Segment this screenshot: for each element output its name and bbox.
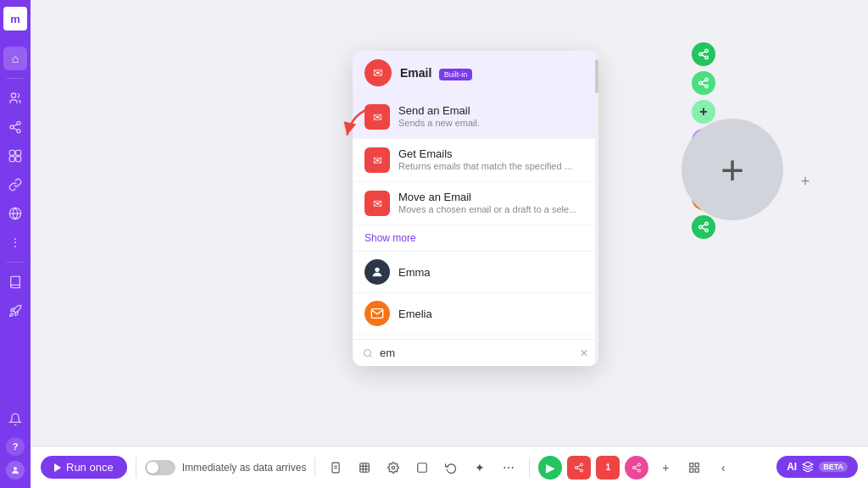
sidebar-item-more[interactable]: ⋮ — [3, 230, 27, 254]
ai-button[interactable]: AI BETA — [776, 456, 858, 478]
svg-line-59 — [578, 468, 581, 469]
svg-line-65 — [636, 465, 638, 467]
svg-point-19 — [699, 81, 703, 85]
svg-point-14 — [699, 53, 703, 56]
panel-item-get-emails[interactable]: ✉ Get Emails Returns emails that match t… — [353, 139, 598, 182]
svg-rect-69 — [696, 469, 699, 472]
sidebar-item-rocket[interactable] — [3, 299, 27, 323]
built-in-badge: Built-in — [439, 69, 473, 80]
clear-search-button[interactable]: ✕ — [580, 347, 588, 359]
sidebar-item-avatar[interactable] — [6, 461, 25, 480]
svg-line-41 — [702, 228, 705, 230]
app-item-emelia[interactable]: Emelia — [353, 293, 598, 335]
show-more-link[interactable]: Show more — [353, 225, 598, 252]
emelia-avatar — [364, 301, 390, 326]
play-icon — [54, 463, 61, 472]
svg-line-64 — [636, 468, 638, 469]
sidebar-item-book[interactable] — [3, 270, 27, 294]
svg-point-62 — [633, 466, 636, 469]
svg-point-3 — [17, 130, 20, 133]
email-section-title: Email Built-in — [400, 65, 472, 80]
search-input[interactable] — [380, 347, 573, 359]
add-toolbar-btn[interactable]: + — [654, 456, 677, 480]
magic-toolbar-btn[interactable]: ✦ — [468, 456, 492, 480]
more-toolbar-btn[interactable]: ⋯ — [497, 456, 520, 480]
collapse-toolbar-btn[interactable]: ‹ — [711, 456, 735, 480]
undo-toolbar-btn[interactable] — [439, 456, 463, 480]
sidebar-item-share[interactable] — [3, 115, 27, 139]
svg-rect-49 — [360, 463, 370, 472]
sidebar-item-link[interactable] — [3, 173, 27, 197]
svg-point-18 — [705, 78, 709, 81]
step-btn[interactable]: 1 — [596, 456, 620, 480]
send-email-text: Send an Email Sends a new email. — [398, 104, 587, 128]
get-emails-text: Get Emails Returns emails that match the… — [398, 147, 587, 171]
toggle-thumb — [147, 462, 159, 474]
svg-rect-67 — [696, 463, 699, 466]
canvas: + + + — [31, 0, 868, 446]
svg-point-63 — [638, 469, 641, 472]
svg-point-20 — [705, 85, 709, 88]
fab-btn-1[interactable] — [692, 71, 715, 95]
svg-line-17 — [702, 52, 705, 53]
sidebar-item-users[interactable] — [3, 86, 27, 110]
svg-point-1 — [17, 121, 20, 125]
run-once-button[interactable]: Run once — [41, 456, 127, 479]
run-green-btn[interactable]: ▶ — [538, 456, 562, 480]
svg-point-54 — [392, 466, 396, 469]
logo: m — [3, 7, 27, 30]
sidebar-item-home[interactable]: ⌂ — [3, 47, 27, 70]
svg-point-0 — [11, 93, 15, 97]
grid-toolbar-btn[interactable] — [682, 456, 706, 480]
sidebar-item-bell[interactable] — [3, 408, 27, 431]
add-node-button-large[interactable]: + — [682, 119, 783, 220]
panel-item-send-email[interactable]: ✉ Send an Email Sends a new email. — [353, 96, 598, 139]
settings-toolbar-btn[interactable] — [381, 456, 405, 480]
svg-rect-8 — [9, 157, 14, 162]
stop-btn[interactable] — [567, 456, 591, 480]
fab-btn-6[interactable] — [692, 215, 715, 239]
svg-point-43 — [375, 268, 379, 272]
svg-line-16 — [702, 55, 705, 57]
sidebar-divider-2 — [7, 262, 24, 263]
svg-line-42 — [702, 225, 705, 226]
run-label: Run once — [66, 461, 114, 474]
svg-point-12 — [14, 467, 17, 470]
svg-rect-66 — [690, 463, 693, 466]
get-emails-icon: ✉ — [364, 147, 390, 173]
sidebar-divider-1 — [7, 78, 24, 79]
svg-line-5 — [14, 124, 18, 126]
panel-scroll[interactable]: ✉ Email Built-in ✉ Send an Email Sends a… — [353, 51, 598, 339]
table-toolbar-btn[interactable] — [353, 456, 376, 480]
toolbar-divider-1 — [136, 458, 136, 478]
svg-line-22 — [702, 80, 705, 82]
fab-btn-2[interactable]: + — [692, 100, 715, 124]
sidebar-item-help[interactable]: ? — [6, 437, 25, 456]
svg-rect-9 — [16, 157, 21, 162]
toggle-switch[interactable]: Immediately as data arrives — [145, 460, 307, 475]
panel-item-move-email[interactable]: ✉ Move an Email Moves a chosen email or … — [353, 182, 598, 225]
toolbar-divider-2 — [314, 458, 315, 478]
sidebar-item-apps[interactable] — [3, 144, 27, 168]
svg-point-56 — [581, 463, 583, 466]
app-item-emma[interactable]: Emma — [353, 252, 598, 293]
toggle-track[interactable] — [145, 460, 175, 475]
toolbar-divider-3 — [529, 458, 530, 478]
add-node-button-small[interactable]: + — [793, 169, 817, 193]
sidebar-item-globe[interactable] — [3, 202, 27, 225]
note-toolbar-btn[interactable] — [410, 456, 434, 480]
toggle-label: Immediately as data arrives — [182, 462, 307, 474]
svg-point-15 — [705, 56, 709, 59]
svg-rect-6 — [9, 150, 14, 155]
svg-line-45 — [370, 355, 371, 357]
save-toolbar-btn[interactable] — [324, 456, 348, 480]
svg-rect-68 — [690, 469, 693, 472]
search-icon — [363, 348, 373, 358]
svg-point-38 — [705, 222, 709, 225]
flow-btn[interactable] — [625, 456, 648, 480]
svg-point-13 — [705, 49, 709, 53]
fab-btn-share[interactable] — [692, 42, 715, 66]
svg-point-61 — [638, 463, 641, 466]
emma-avatar — [364, 259, 390, 285]
svg-point-58 — [581, 469, 583, 472]
